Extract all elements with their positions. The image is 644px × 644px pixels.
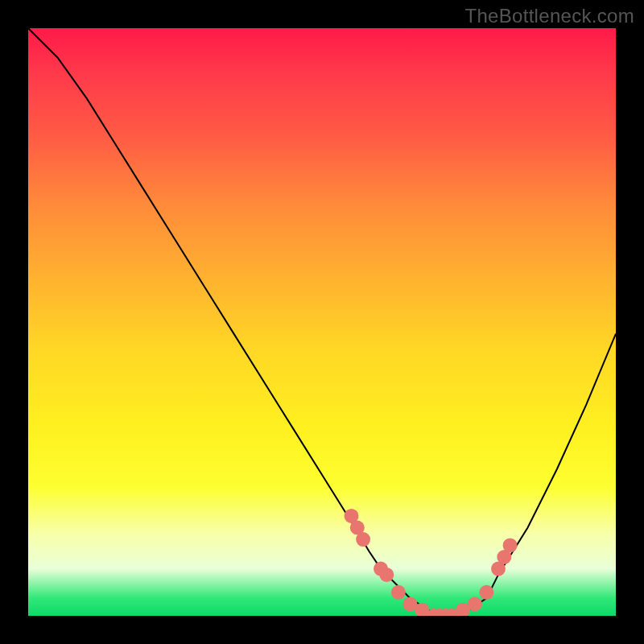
marker-dot — [468, 597, 482, 611]
chart-plot-area — [28, 28, 616, 616]
bottleneck-curve-line — [28, 28, 616, 616]
marker-dot — [356, 532, 370, 547]
marker-dot — [391, 585, 406, 600]
highlighted-markers-group — [345, 509, 518, 616]
marker-dot — [479, 585, 493, 600]
chart-svg — [28, 28, 616, 616]
watermark-text: TheBottleneck.com — [464, 5, 634, 27]
marker-dot — [379, 568, 394, 582]
marker-dot — [503, 538, 518, 552]
